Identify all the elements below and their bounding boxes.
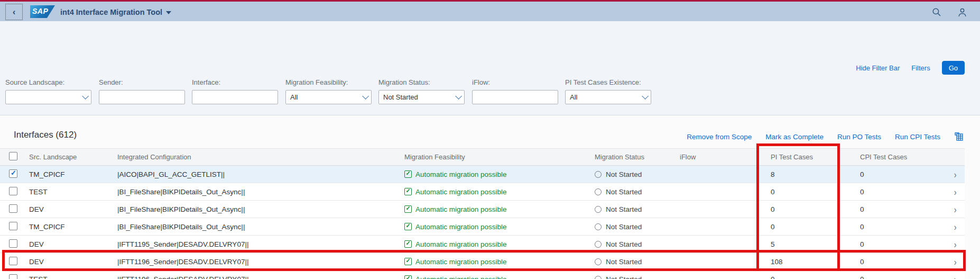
row-navigation-chevron-icon[interactable]: [954, 204, 957, 214]
column-header-pi-test-cases[interactable]: PI Test Cases: [758, 153, 849, 161]
filter-bar-actions: Hide Filter Bar Filters Go: [856, 61, 965, 75]
filter-label: Migration Feasibility:: [285, 78, 372, 86]
cell-cpi-test-cases: 0: [849, 240, 946, 248]
status-circle-icon: [595, 171, 602, 178]
back-button[interactable]: ‹: [5, 4, 23, 20]
row-navigation-chevron-icon[interactable]: [954, 239, 957, 249]
cell-migration-status: Not Started: [595, 258, 680, 266]
migration-status-select[interactable]: Not Started: [378, 90, 465, 104]
row-checkbox[interactable]: [9, 257, 17, 265]
select-all-checkbox[interactable]: [9, 152, 17, 160]
row-checkbox[interactable]: [9, 239, 17, 248]
cell-integrated-configuration: |BI_FileShare|BIKPIDetails_Out_Async||: [117, 188, 404, 196]
row-checkbox[interactable]: [9, 204, 17, 213]
filter-label: Sender:: [99, 78, 185, 86]
row-navigation-chevron-icon[interactable]: [954, 169, 957, 179]
row-checkbox[interactable]: [9, 222, 17, 230]
cell-src-landscape: TM_CPICF: [29, 170, 117, 178]
table-title: Interfaces (612): [14, 130, 77, 140]
column-header-cpi-test-cases[interactable]: CPI Test Cases: [849, 153, 946, 161]
select-value: All: [290, 93, 298, 101]
chevron-down-icon: [642, 93, 649, 100]
cell-src-landscape: DEV: [29, 240, 117, 248]
sender-input[interactable]: [99, 90, 185, 104]
pi-test-cases-existence-select[interactable]: All: [565, 90, 651, 104]
table-row-highlighted[interactable]: DEV |IFTT1196_Sender|DESADV.DELVRY07|| A…: [0, 253, 965, 271]
user-profile-icon[interactable]: [957, 7, 967, 17]
green-check-icon: [404, 275, 412, 279]
interfaces-table: Src. Landscape Integrated Configuration …: [0, 148, 965, 279]
status-circle-icon: [595, 223, 602, 230]
chevron-down-icon: [362, 93, 369, 100]
hide-filter-bar-link[interactable]: Hide Filter Bar: [856, 64, 900, 72]
cell-migration-feasibility: Automatic migration possible: [404, 205, 595, 213]
row-checkbox[interactable]: [9, 274, 17, 279]
run-po-tests-button[interactable]: Run PO Tests: [837, 133, 881, 141]
chevron-down-icon: [82, 93, 89, 100]
table-row[interactable]: TEST |IFTT1196_Sender|DESADV.DELVRY07|| …: [0, 271, 965, 279]
cell-migration-feasibility: Automatic migration possible: [404, 240, 595, 248]
cell-cpi-test-cases: 0: [849, 275, 946, 279]
cell-integrated-configuration: |BI_FileShare|BIKPIDetails_Out_Async||: [117, 223, 404, 231]
row-navigation-chevron-icon[interactable]: [954, 274, 957, 279]
cell-cpi-test-cases: 0: [849, 188, 946, 196]
green-check-icon: [404, 188, 412, 195]
column-header-migration-feasibility[interactable]: Migration Feasibility: [404, 153, 595, 161]
status-circle-icon: [595, 258, 602, 265]
green-check-icon: [404, 240, 412, 248]
column-header-migration-status[interactable]: Migration Status: [595, 153, 680, 161]
cell-pi-test-cases: 5: [758, 240, 849, 248]
cell-src-landscape: DEV: [29, 205, 117, 213]
cell-migration-status: Not Started: [595, 275, 680, 279]
cell-pi-test-cases: 0: [758, 205, 849, 213]
filter-field-source-landscape: Source Landscape:: [5, 78, 91, 104]
go-button[interactable]: Go: [942, 61, 965, 75]
cell-cpi-test-cases: 0: [849, 223, 946, 231]
green-check-icon: [404, 170, 412, 178]
filter-label: Source Landscape:: [5, 78, 91, 86]
table-row[interactable]: TM_CPICF |AICO|BAPI_GL_ACC_GETLIST|| Aut…: [0, 166, 965, 183]
table-row[interactable]: DEV |IFTT1195_Sender|DESADV.DELVRY07|| A…: [0, 236, 965, 253]
cell-pi-test-cases: 0: [758, 275, 849, 279]
row-checkbox[interactable]: [9, 169, 17, 178]
migration-feasibility-select[interactable]: All: [285, 90, 372, 104]
cell-pi-test-cases: 0: [758, 223, 849, 231]
source-landscape-select[interactable]: [5, 90, 91, 104]
remove-from-scope-button[interactable]: Remove from Scope: [687, 133, 752, 141]
column-header-src-landscape[interactable]: Src. Landscape: [29, 153, 117, 161]
back-chevron-icon: ‹: [13, 7, 16, 17]
iflow-input[interactable]: [472, 90, 558, 104]
cell-pi-test-cases: 108: [758, 258, 849, 266]
run-cpi-tests-button[interactable]: Run CPI Tests: [895, 133, 940, 141]
column-header-integrated-configuration[interactable]: Integrated Configuration: [117, 153, 404, 161]
row-navigation-chevron-icon[interactable]: [954, 257, 957, 267]
search-icon[interactable]: [932, 7, 941, 17]
sap-logo[interactable]: SAP: [30, 5, 55, 18]
table-row[interactable]: TEST |BI_FileShare|BIKPIDetails_Out_Asyn…: [0, 183, 965, 201]
column-header-iflow[interactable]: iFlow: [680, 153, 758, 161]
row-navigation-chevron-icon[interactable]: [954, 187, 957, 197]
row-navigation-chevron-icon[interactable]: [954, 222, 957, 232]
green-check-icon: [404, 258, 412, 265]
filter-label: Interface:: [192, 78, 278, 86]
table-row[interactable]: DEV |BI_FileShare|BIKPIDetails_Out_Async…: [0, 201, 965, 218]
export-to-spreadsheet-icon[interactable]: [954, 132, 964, 142]
row-checkbox[interactable]: [9, 187, 17, 195]
cell-migration-feasibility: Automatic migration possible: [404, 188, 595, 196]
cell-src-landscape: TM_CPICF: [29, 223, 117, 231]
title-dropdown-icon: [166, 11, 171, 14]
filter-bar: Hide Filter Bar Filters Go Source Landsc…: [0, 21, 980, 115]
filter-field-sender: Sender:: [99, 78, 185, 104]
status-circle-icon: [595, 241, 602, 248]
cell-integrated-configuration: |AICO|BAPI_GL_ACC_GETLIST||: [117, 170, 404, 178]
filter-field-pi-test-cases-existence: PI Test Cases Existence: All: [565, 78, 651, 104]
cell-cpi-test-cases: 0: [849, 170, 946, 178]
cell-integrated-configuration: |IFTT1195_Sender|DESADV.DELVRY07||: [117, 240, 404, 248]
filters-link[interactable]: Filters: [911, 64, 930, 72]
table-row[interactable]: TM_CPICF |BI_FileShare|BIKPIDetails_Out_…: [0, 218, 965, 236]
app-title-menu[interactable]: int4 Interface Migration Tool: [60, 2, 171, 23]
interface-input[interactable]: [192, 90, 278, 104]
cell-migration-status: Not Started: [595, 240, 680, 248]
status-circle-icon: [595, 188, 602, 195]
mark-as-complete-button[interactable]: Mark as Complete: [765, 133, 824, 141]
